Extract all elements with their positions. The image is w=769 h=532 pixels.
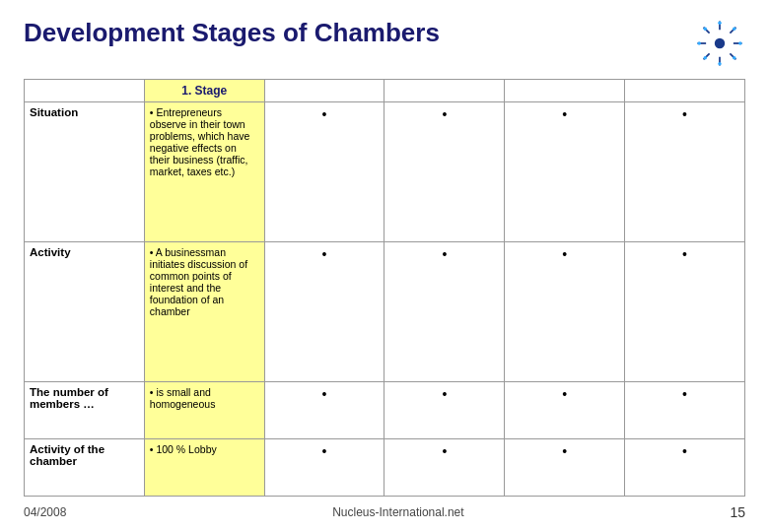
row-stage-content-0: • Entrepreneurs observe in their town pr… <box>144 102 264 242</box>
svg-point-14 <box>733 28 735 31</box>
page: Development Stages of Chambers <box>0 0 769 532</box>
footer: 04/2008 Nucleus-International.net 15 <box>24 504 745 520</box>
row-2-dot-1: • <box>384 382 505 439</box>
row-label-2: The number of members … <box>25 382 145 439</box>
header-empty-label <box>25 80 145 102</box>
row-0-dot-1: • <box>384 102 505 242</box>
svg-point-12 <box>697 41 700 44</box>
header-col-5 <box>625 80 745 102</box>
svg-point-10 <box>738 41 741 44</box>
table-row: Activity of the chamber• 100 % Lobby•••• <box>25 439 745 497</box>
row-1-dot-2: • <box>505 242 625 382</box>
svg-point-0 <box>715 38 725 48</box>
row-stage-content-2: • is small and homogeneous <box>144 382 264 439</box>
footer-page-number: 15 <box>730 504 745 520</box>
footer-website: Nucleus-International.net <box>332 505 463 519</box>
row-3-dot-0: • <box>264 439 384 497</box>
stage-1-header: 1. Stage <box>144 80 264 102</box>
row-3-dot-3: • <box>625 439 745 497</box>
row-stage-content-3: • 100 % Lobby <box>144 439 264 497</box>
row-0-dot-3: • <box>625 102 745 242</box>
row-1-dot-0: • <box>264 242 384 382</box>
svg-point-16 <box>704 56 707 59</box>
row-1-dot-1: • <box>384 242 505 382</box>
table-row: Activity• A businessman initiates discus… <box>25 242 745 382</box>
row-3-dot-1: • <box>384 439 505 497</box>
header-col-4 <box>505 80 625 102</box>
row-stage-content-1: • A businessman initiates discussion of … <box>144 242 264 382</box>
svg-point-9 <box>718 21 721 24</box>
svg-point-13 <box>704 28 707 31</box>
row-2-dot-3: • <box>625 382 745 439</box>
footer-date: 04/2008 <box>24 505 66 519</box>
row-2-dot-2: • <box>505 382 625 439</box>
header: Development Stages of Chambers <box>24 18 745 69</box>
row-label-3: Activity of the chamber <box>25 439 145 497</box>
row-label-0: Situation <box>25 102 145 242</box>
logo-icon <box>694 18 745 69</box>
stages-table: 1. Stage Situation• Entrepreneurs observ… <box>24 79 745 497</box>
svg-point-15 <box>733 56 735 59</box>
row-3-dot-2: • <box>505 439 625 497</box>
row-1-dot-3: • <box>625 242 745 382</box>
row-2-dot-0: • <box>264 382 384 439</box>
table-row: Situation• Entrepreneurs observe in thei… <box>25 102 745 242</box>
table-row: The number of members …• is small and ho… <box>25 382 745 439</box>
svg-point-11 <box>718 62 721 65</box>
row-0-dot-2: • <box>505 102 625 242</box>
row-label-1: Activity <box>25 242 145 382</box>
header-col-3 <box>384 80 505 102</box>
header-col-2 <box>264 80 384 102</box>
page-title: Development Stages of Chambers <box>24 18 440 48</box>
row-0-dot-0: • <box>264 102 384 242</box>
